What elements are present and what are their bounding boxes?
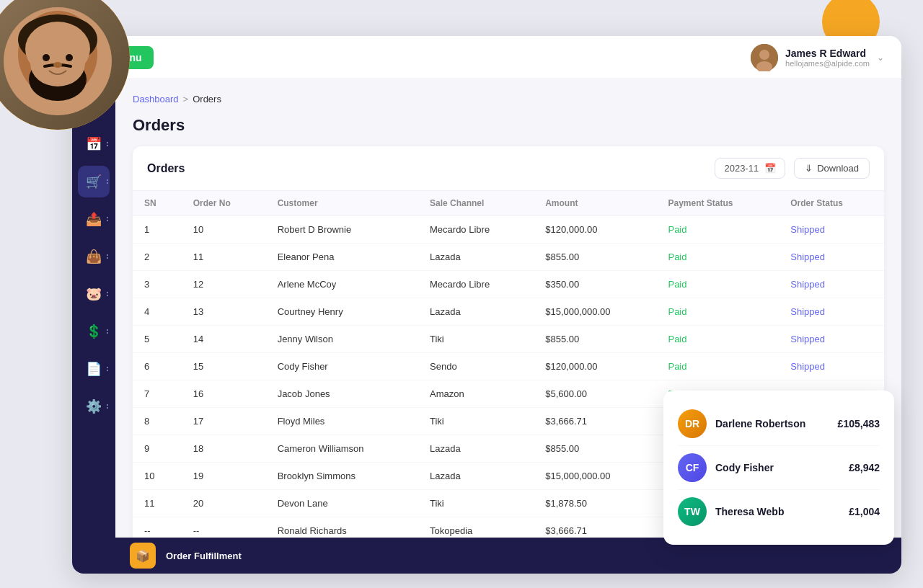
order-status-cell: Shipped [779,216,884,244]
table-cell: $855.00 [534,326,656,353]
avatar [751,44,778,71]
table-row: 110Robert D BrownieMecardo Libre$120,000… [133,216,884,244]
breadcrumb-separator: > [183,94,189,104]
table-cell: Cody Fisher [266,353,418,380]
popup-person-name: Cody Fisher [715,462,840,473]
payment-status-cell: Paid [656,326,779,353]
popup-card: DR Darlene Robertson £105,483 CF Cody Fi… [663,391,894,545]
popup-amount: £1,004 [849,506,880,517]
table-cell: 15 [182,353,266,380]
table-cell: $855.00 [534,435,656,463]
order-status-cell: Shipped [779,271,884,298]
user-email: hellojames@alpide.com [785,59,870,68]
sidebar: 👥📅🛒📤👜🐷💲📄⚙️ [72,79,115,574]
file-icon[interactable]: 📄 [78,353,110,385]
table-controls: 2023-11 📅 ⇓ Download [715,158,870,179]
col-header-customer: Customer [266,191,418,216]
bottom-bar-label: Order Fulfillment [166,551,242,561]
savings-icon[interactable]: 🐷 [78,278,110,310]
breadcrumb-home[interactable]: Dashboard [133,94,179,104]
order-status-cell: Shipped [779,298,884,326]
table-cell: Devon Lane [266,490,418,517]
table-cell: 14 [182,326,266,353]
table-header: Orders 2023-11 📅 ⇓ Download [133,146,884,191]
list-item: CF Cody Fisher £8,942 [678,446,880,490]
table-cell: Tiki [418,490,534,517]
table-head: SNOrder NoCustomerSale ChannelAmountPaym… [133,191,884,216]
table-cell: 1 [133,216,182,244]
svg-point-6 [43,54,50,61]
table-cell: $350.00 [534,271,656,298]
table-cell: 17 [182,408,266,435]
download-button[interactable]: ⇓ Download [794,158,870,179]
table-cell: 11 [133,490,182,517]
calendar-icon[interactable]: 📅 [78,128,110,160]
table-cell: 11 [182,244,266,271]
table-cell: Lazada [418,435,534,463]
table-row: 615Cody FisherSendo$120,000.00PaidShippe… [133,353,884,380]
date-filter-value: 2023-11 [724,163,759,174]
table-cell: Floyd Miles [266,408,418,435]
table-cell: 8 [133,408,182,435]
settings-icon[interactable]: ⚙️ [78,391,110,422]
table-cell: Brooklyn Simmons [266,463,418,490]
table-cell: Jenny Wilson [266,326,418,353]
dollar-icon[interactable]: 💲 [78,316,110,347]
payment-status-cell: Paid [656,244,779,271]
payment-status-cell: Paid [656,298,779,326]
breadcrumb-current: Orders [193,94,221,104]
popup-amount: £8,942 [849,462,880,473]
table-cell: Lazada [418,463,534,490]
bag-icon[interactable]: 👜 [78,241,110,272]
send-icon[interactable]: 📤 [78,203,110,235]
table-row: 514Jenny WilsonTiki$855.00PaidShipped [133,326,884,353]
user-name: James R Edward [785,48,870,59]
avatar: CF [678,453,707,482]
list-item: TW Theresa Webb £1,004 [678,490,880,533]
col-header-amount: Amount [534,191,656,216]
order-fulfillment-icon: 📦 [130,543,156,569]
table-cell: $5,600.00 [534,380,656,408]
table-cell: 12 [182,271,266,298]
order-status-cell: Shipped [779,353,884,380]
payment-status-cell: Paid [656,353,779,380]
table-cell: 16 [182,380,266,408]
col-header-order-no: Order No [182,191,266,216]
table-cell: 10 [182,216,266,244]
topbar: Menu James R Edward hellojames@alpide.co… [72,36,901,79]
chevron-down-icon[interactable]: ⌄ [877,53,884,63]
table-cell: Sendo [418,353,534,380]
table-cell: Amazon [418,380,534,408]
col-header-payment-status: Payment Status [656,191,779,216]
table-cell: 5 [133,326,182,353]
table-cell: $120,000.00 [534,216,656,244]
table-cell: 9 [133,435,182,463]
payment-status-cell: Paid [656,271,779,298]
user-text-block: James R Edward hellojames@alpide.com [785,48,870,68]
svg-point-8 [53,62,62,68]
popup-person-name: Darlene Robertson [715,418,829,429]
col-header-sale-channel: Sale Channel [418,191,534,216]
table-cell: Jacob Jones [266,380,418,408]
table-cell: $15,000,000.00 [534,298,656,326]
table-row: 312Arlene McCoyMecardo Libre$350.00PaidS… [133,271,884,298]
table-cell: 18 [182,435,266,463]
table-cell: 6 [133,353,182,380]
table-cell: Lazada [418,298,534,326]
col-header-sn: SN [133,191,182,216]
table-row: 413Courtney HenryLazada$15,000,000.00Pai… [133,298,884,326]
table-cell: Courtney Henry [266,298,418,326]
table-cell: 2 [133,244,182,271]
table-cell: Cameron Williamson [266,435,418,463]
table-cell: 7 [133,380,182,408]
avatar: DR [678,409,707,438]
table-cell: 4 [133,298,182,326]
cart-icon[interactable]: 🛒 [78,166,110,197]
table-cell: $120,000.00 [534,353,656,380]
date-filter[interactable]: 2023-11 📅 [715,158,785,179]
table-cell: Arlene McCoy [266,271,418,298]
col-header-order-status: Order Status [779,191,884,216]
svg-point-10 [759,50,769,60]
download-label: Download [817,163,859,174]
table-cell: Mecardo Libre [418,271,534,298]
